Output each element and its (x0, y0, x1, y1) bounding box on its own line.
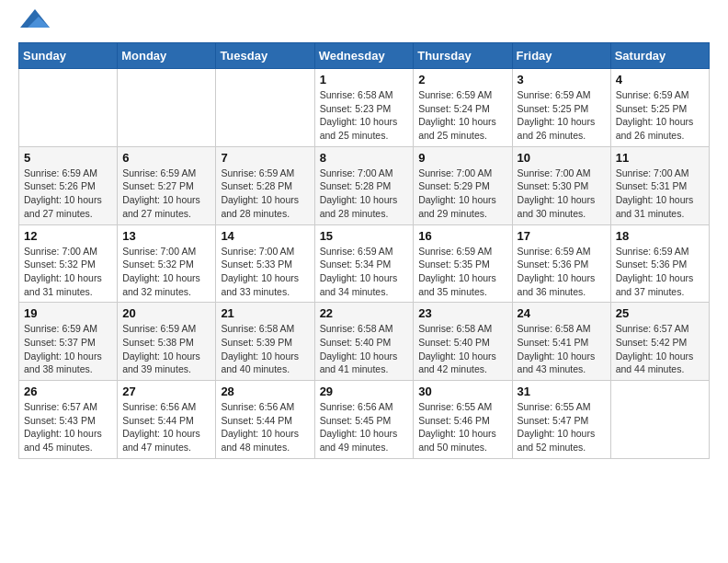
day-info: Sunrise: 6:59 AM Sunset: 5:26 PM Dayligh… (24, 167, 112, 221)
day-number: 27 (122, 385, 210, 398)
day-number: 3 (518, 73, 606, 86)
day-info: Sunrise: 7:00 AM Sunset: 5:32 PM Dayligh… (122, 245, 210, 299)
calendar-cell: 8Sunrise: 7:00 AM Sunset: 5:28 PM Daylig… (314, 146, 414, 224)
calendar-cell: 30Sunrise: 6:55 AM Sunset: 5:46 PM Dayli… (414, 381, 512, 459)
day-info: Sunrise: 7:00 AM Sunset: 5:29 PM Dayligh… (418, 167, 506, 221)
calendar-cell: 10Sunrise: 7:00 AM Sunset: 5:30 PM Dayli… (512, 146, 610, 224)
calendar-table: SundayMondayTuesdayWednesdayThursdayFrid… (18, 42, 710, 459)
day-header-wednesday: Wednesday (314, 43, 414, 69)
day-number: 9 (418, 151, 506, 165)
day-info: Sunrise: 6:58 AM Sunset: 5:40 PM Dayligh… (320, 322, 409, 376)
day-number: 1 (320, 73, 409, 86)
calendar-cell: 11Sunrise: 7:00 AM Sunset: 5:31 PM Dayli… (610, 146, 709, 224)
calendar-cell: 16Sunrise: 6:59 AM Sunset: 5:35 PM Dayli… (414, 224, 512, 303)
calendar-cell: 27Sunrise: 6:56 AM Sunset: 5:44 PM Dayli… (118, 381, 216, 459)
day-info: Sunrise: 6:59 AM Sunset: 5:36 PM Dayligh… (616, 245, 704, 299)
day-number: 20 (122, 306, 210, 320)
calendar-cell: 13Sunrise: 7:00 AM Sunset: 5:32 PM Dayli… (118, 224, 216, 303)
logo (18, 18, 50, 28)
day-number: 21 (221, 306, 309, 320)
day-info: Sunrise: 6:59 AM Sunset: 5:25 PM Dayligh… (518, 88, 606, 143)
day-number: 18 (616, 229, 704, 243)
calendar-cell (610, 381, 709, 459)
day-number: 30 (418, 385, 506, 398)
day-info: Sunrise: 6:59 AM Sunset: 5:34 PM Dayligh… (320, 245, 409, 299)
calendar-header-row: SundayMondayTuesdayWednesdayThursdayFrid… (19, 43, 710, 69)
day-info: Sunrise: 6:57 AM Sunset: 5:42 PM Dayligh… (616, 322, 704, 376)
calendar-cell: 24Sunrise: 6:58 AM Sunset: 5:41 PM Dayli… (512, 303, 610, 381)
day-info: Sunrise: 6:56 AM Sunset: 5:45 PM Dayligh… (320, 400, 409, 454)
day-info: Sunrise: 6:56 AM Sunset: 5:44 PM Dayligh… (221, 400, 309, 454)
calendar-cell: 29Sunrise: 6:56 AM Sunset: 5:45 PM Dayli… (314, 381, 414, 459)
day-number: 4 (616, 73, 704, 86)
day-number: 11 (616, 151, 704, 165)
calendar-week-row: 19Sunrise: 6:59 AM Sunset: 5:37 PM Dayli… (19, 303, 710, 381)
calendar-cell: 15Sunrise: 6:59 AM Sunset: 5:34 PM Dayli… (314, 224, 414, 303)
day-number: 12 (24, 229, 112, 243)
calendar-week-row: 5Sunrise: 6:59 AM Sunset: 5:26 PM Daylig… (19, 146, 710, 224)
calendar-cell (216, 69, 314, 147)
day-info: Sunrise: 6:57 AM Sunset: 5:43 PM Dayligh… (24, 400, 112, 454)
day-number: 24 (518, 306, 606, 320)
day-header-thursday: Thursday (414, 43, 512, 69)
day-number: 2 (418, 73, 506, 86)
calendar-cell: 23Sunrise: 6:58 AM Sunset: 5:40 PM Dayli… (414, 303, 512, 381)
day-info: Sunrise: 6:59 AM Sunset: 5:28 PM Dayligh… (221, 167, 309, 221)
calendar-week-row: 12Sunrise: 7:00 AM Sunset: 5:32 PM Dayli… (19, 224, 710, 303)
day-number: 14 (221, 229, 309, 243)
day-info: Sunrise: 6:58 AM Sunset: 5:23 PM Dayligh… (320, 88, 409, 143)
day-header-saturday: Saturday (610, 43, 709, 69)
day-number: 10 (518, 151, 606, 165)
day-number: 31 (518, 385, 606, 398)
calendar-cell: 22Sunrise: 6:58 AM Sunset: 5:40 PM Dayli… (314, 303, 414, 381)
day-info: Sunrise: 7:00 AM Sunset: 5:30 PM Dayligh… (518, 167, 606, 221)
day-number: 13 (122, 229, 210, 243)
day-info: Sunrise: 7:00 AM Sunset: 5:32 PM Dayligh… (24, 245, 112, 299)
day-info: Sunrise: 6:55 AM Sunset: 5:47 PM Dayligh… (518, 400, 606, 454)
calendar-cell: 26Sunrise: 6:57 AM Sunset: 5:43 PM Dayli… (19, 381, 118, 459)
calendar-cell: 28Sunrise: 6:56 AM Sunset: 5:44 PM Dayli… (216, 381, 314, 459)
day-info: Sunrise: 6:58 AM Sunset: 5:41 PM Dayligh… (518, 322, 606, 376)
day-info: Sunrise: 6:59 AM Sunset: 5:25 PM Dayligh… (616, 88, 704, 143)
calendar-cell: 3Sunrise: 6:59 AM Sunset: 5:25 PM Daylig… (512, 69, 610, 147)
day-header-sunday: Sunday (19, 43, 118, 69)
day-number: 15 (320, 229, 409, 243)
calendar-cell: 7Sunrise: 6:59 AM Sunset: 5:28 PM Daylig… (216, 146, 314, 224)
day-number: 23 (418, 306, 506, 320)
calendar-cell: 31Sunrise: 6:55 AM Sunset: 5:47 PM Dayli… (512, 381, 610, 459)
calendar-cell: 20Sunrise: 6:59 AM Sunset: 5:38 PM Dayli… (118, 303, 216, 381)
day-number: 29 (320, 385, 409, 398)
day-info: Sunrise: 6:59 AM Sunset: 5:27 PM Dayligh… (122, 167, 210, 221)
calendar-cell: 1Sunrise: 6:58 AM Sunset: 5:23 PM Daylig… (314, 69, 414, 147)
calendar-cell: 21Sunrise: 6:58 AM Sunset: 5:39 PM Dayli… (216, 303, 314, 381)
day-info: Sunrise: 6:58 AM Sunset: 5:39 PM Dayligh… (221, 322, 309, 376)
calendar-cell (118, 69, 216, 147)
day-number: 28 (221, 385, 309, 398)
day-info: Sunrise: 6:59 AM Sunset: 5:36 PM Dayligh… (518, 245, 606, 299)
day-number: 19 (24, 306, 112, 320)
day-number: 16 (418, 229, 506, 243)
calendar-cell: 2Sunrise: 6:59 AM Sunset: 5:24 PM Daylig… (414, 69, 512, 147)
day-number: 5 (24, 151, 112, 165)
calendar-cell: 12Sunrise: 7:00 AM Sunset: 5:32 PM Dayli… (19, 224, 118, 303)
day-info: Sunrise: 7:00 AM Sunset: 5:28 PM Dayligh… (320, 167, 409, 221)
day-info: Sunrise: 6:58 AM Sunset: 5:40 PM Dayligh… (418, 322, 506, 376)
calendar-cell: 18Sunrise: 6:59 AM Sunset: 5:36 PM Dayli… (610, 224, 709, 303)
calendar-week-row: 26Sunrise: 6:57 AM Sunset: 5:43 PM Dayli… (19, 381, 710, 459)
calendar-cell: 17Sunrise: 6:59 AM Sunset: 5:36 PM Dayli… (512, 224, 610, 303)
day-info: Sunrise: 6:59 AM Sunset: 5:24 PM Dayligh… (418, 88, 506, 143)
logo-icon (20, 9, 50, 28)
calendar-cell: 9Sunrise: 7:00 AM Sunset: 5:29 PM Daylig… (414, 146, 512, 224)
day-number: 6 (122, 151, 210, 165)
calendar-cell: 4Sunrise: 6:59 AM Sunset: 5:25 PM Daylig… (610, 69, 709, 147)
day-header-monday: Monday (118, 43, 216, 69)
day-header-friday: Friday (512, 43, 610, 69)
day-number: 17 (518, 229, 606, 243)
day-info: Sunrise: 6:59 AM Sunset: 5:38 PM Dayligh… (122, 322, 210, 376)
calendar-cell: 6Sunrise: 6:59 AM Sunset: 5:27 PM Daylig… (118, 146, 216, 224)
day-number: 7 (221, 151, 309, 165)
day-info: Sunrise: 7:00 AM Sunset: 5:31 PM Dayligh… (616, 167, 704, 221)
calendar-cell: 14Sunrise: 7:00 AM Sunset: 5:33 PM Dayli… (216, 224, 314, 303)
calendar-cell: 19Sunrise: 6:59 AM Sunset: 5:37 PM Dayli… (19, 303, 118, 381)
calendar-cell: 25Sunrise: 6:57 AM Sunset: 5:42 PM Dayli… (610, 303, 709, 381)
